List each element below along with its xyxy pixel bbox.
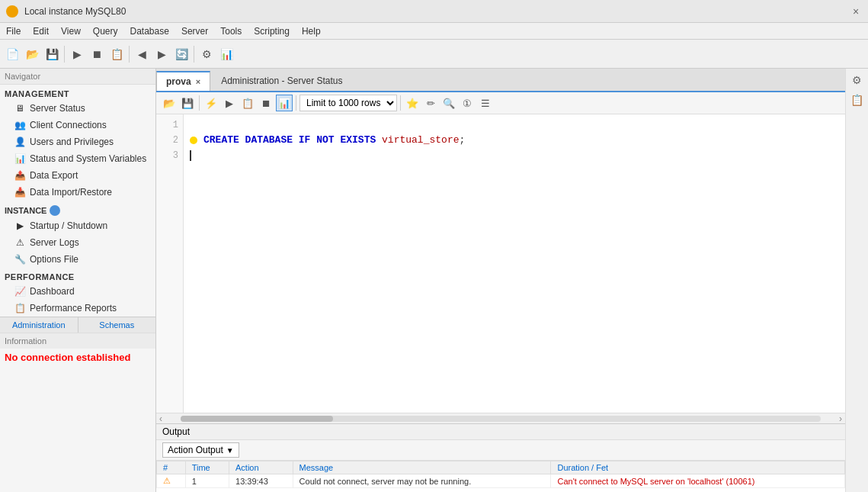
section-instance: INSTANCE <box>5 206 46 215</box>
right-settings-button[interactable]: ⚙ <box>849 72 866 88</box>
navigator-header: Navigator <box>0 69 155 85</box>
menu-scripting[interactable]: Scripting <box>248 23 296 39</box>
execute-button[interactable]: ▶ <box>68 45 86 63</box>
output-message: Can't connect to MySQL server on 'localh… <box>551 474 845 488</box>
startup-icon: ▶ <box>14 220 26 232</box>
line-number-1: 1 <box>156 117 183 133</box>
nav-server-logs[interactable]: ⚠ Server Logs <box>0 234 155 251</box>
nav-options-file[interactable]: 🔧 Options File <box>0 251 155 268</box>
svg-point-0 <box>8 8 16 15</box>
save-button[interactable]: 💾 <box>43 45 61 63</box>
save-file-button[interactable]: 💾 <box>179 95 196 111</box>
schema-button[interactable]: ① <box>459 95 476 111</box>
menu-database[interactable]: Database <box>124 23 175 39</box>
scroll-track[interactable] <box>181 416 821 422</box>
tab-prova-close[interactable]: × <box>196 77 200 86</box>
app-icon <box>6 5 18 18</box>
tab-administration[interactable]: Administration <box>0 317 78 333</box>
menu-edit[interactable]: Edit <box>27 23 55 39</box>
action-output-label: Action Output <box>168 445 223 455</box>
tab-prova[interactable]: prova × <box>156 71 210 91</box>
refresh-button[interactable]: 🔄 <box>172 45 191 63</box>
window-close-button[interactable]: × <box>850 5 862 18</box>
editor-sep-1 <box>199 95 200 111</box>
right-icon-bar: ⚙ 📋 <box>845 69 868 492</box>
back-button[interactable]: ◀ <box>133 45 151 63</box>
output-time: 13:39:43 <box>229 474 293 488</box>
menu-server[interactable]: Server <box>175 23 214 39</box>
output-toolbar: Action Output ▼ <box>156 440 845 461</box>
window-title: Local instance MySQL80 <box>24 6 850 17</box>
output-table: # Time Action Message Duration / Fet ⚠ 1… <box>156 461 845 492</box>
users-icon: 👤 <box>14 136 26 148</box>
action-output-select[interactable]: Action Output ▼ <box>162 442 239 458</box>
bookmark-button[interactable]: ⭐ <box>404 95 421 111</box>
section-performance: PERFORMANCE <box>0 268 155 283</box>
code-content[interactable]: CREATE DATABASE IF NOT EXISTS virtual_st… <box>184 114 845 413</box>
dashboard-icon: 📈 <box>14 285 26 297</box>
execution-marker <box>190 137 197 144</box>
menu-query[interactable]: Query <box>87 23 124 39</box>
snippet-button[interactable]: ✏ <box>422 95 439 111</box>
stop-button[interactable]: ⏹ <box>88 45 106 63</box>
toggle-button[interactable]: 📊 <box>217 45 235 63</box>
new-query-button[interactable]: 📄 <box>3 45 21 63</box>
nav-dashboard[interactable]: 📈 Dashboard <box>0 283 155 300</box>
code-line-2: CREATE DATABASE IF NOT EXISTS virtual_st… <box>190 133 839 148</box>
scroll-left-button[interactable]: ‹ <box>156 413 165 424</box>
code-line-1 <box>190 117 839 133</box>
execute-all-button[interactable]: ⚡ <box>203 95 219 111</box>
limit-rows-select[interactable]: Limit to 1000 rows Don't Limit Limit to … <box>299 95 397 111</box>
nav-startup-shutdown[interactable]: ▶ Startup / Shutdown <box>0 217 155 234</box>
navigator-panel: Navigator MANAGEMENT 🖥 Server Status 👥 C… <box>0 69 156 492</box>
editor-sep-2 <box>296 95 296 111</box>
line-number-2: 2 <box>156 133 183 148</box>
col-duration: Duration / Fet <box>551 461 845 474</box>
nav-users-privileges[interactable]: 👤 Users and Privileges <box>0 133 155 150</box>
scroll-thumb[interactable] <box>181 416 333 422</box>
instance-icon <box>50 205 60 216</box>
open-file-button[interactable]: 📂 <box>161 95 178 111</box>
code-editor[interactable]: 1 2 3 CREATE DATABASE IF NOT EXISTS virt… <box>156 114 845 413</box>
execute-selected-button[interactable]: ▶ <box>221 95 238 111</box>
horizontal-scrollbar[interactable]: ‹ › <box>156 413 845 423</box>
menu-file[interactable]: File <box>0 23 27 39</box>
menu-bar: File Edit View Query Database Server Too… <box>0 23 868 40</box>
word-wrap-button[interactable]: ☰ <box>477 95 494 111</box>
open-button[interactable]: 📂 <box>23 45 41 63</box>
menu-tools[interactable]: Tools <box>214 23 248 39</box>
section-management: MANAGEMENT <box>0 85 155 100</box>
search-button[interactable]: 🔍 <box>440 95 457 111</box>
section-instance-header: INSTANCE <box>0 201 155 217</box>
line-number-3: 3 <box>156 148 183 163</box>
data-import-icon: 📥 <box>14 186 26 198</box>
nav-data-import[interactable]: 📥 Data Import/Restore <box>0 184 155 201</box>
nav-client-connections[interactable]: 👥 Client Connections <box>0 117 155 133</box>
editor-toolbar: 📂 💾 ⚡ ▶ 📋 ⏹ 📊 Limit to 1000 rows Don't L… <box>156 92 845 114</box>
scroll-right-button[interactable]: › <box>836 413 845 424</box>
stop-query-button[interactable]: ⏹ <box>258 95 274 111</box>
toggle-output-button[interactable]: 📊 <box>276 95 293 111</box>
right-panel-button[interactable]: 📋 <box>849 92 866 108</box>
output-row-1: ⚠ 1 13:39:43 Could not connect, server m… <box>157 474 845 488</box>
toolbar-separator-1 <box>64 46 65 63</box>
menu-help[interactable]: Help <box>296 23 327 39</box>
data-export-icon: 📤 <box>14 169 26 182</box>
server-status-icon: 🖥 <box>14 102 26 114</box>
nav-server-status[interactable]: 🖥 Server Status <box>0 100 155 117</box>
explain-button[interactable]: 📋 <box>107 45 126 63</box>
settings-button[interactable]: ⚙ <box>197 45 216 63</box>
output-panel: Output Action Output ▼ # Time Action Mes… <box>156 423 845 492</box>
tab-bar: prova × Administration - Server Status <box>156 69 845 92</box>
menu-view[interactable]: View <box>55 23 87 39</box>
toolbar-separator-2 <box>129 46 130 63</box>
nav-performance-reports[interactable]: 📋 Performance Reports <box>0 300 155 317</box>
explain-query-button[interactable]: 📋 <box>239 95 256 111</box>
output-label: Output <box>162 426 190 437</box>
forward-button[interactable]: ▶ <box>152 45 171 63</box>
tab-admin-server-status[interactable]: Administration - Server Status <box>212 71 351 91</box>
no-connection-message: No connection established <box>0 349 155 369</box>
nav-data-export[interactable]: 📤 Data Export <box>0 167 155 184</box>
nav-status-variables[interactable]: 📊 Status and System Variables <box>0 150 155 167</box>
tab-schemas[interactable]: Schemas <box>78 317 156 333</box>
